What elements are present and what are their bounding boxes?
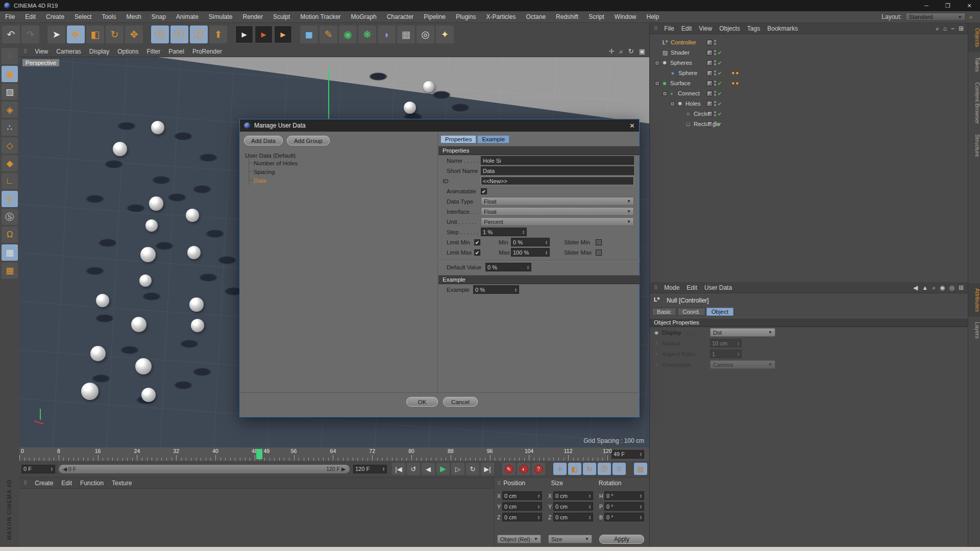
polygons-mode-button[interactable]: ◆ [2,155,18,171]
floor-button[interactable]: ▦ [397,26,415,43]
om-collapse-icon[interactable]: − [951,25,954,32]
add-data-button[interactable]: Add Data [244,136,283,145]
material-menu-texture[interactable]: Texture [112,480,132,487]
zoom-view-icon[interactable]: ⌕ [620,47,623,56]
object-label[interactable]: Surface [670,80,691,86]
object-label[interactable]: Shader [671,49,690,56]
spinner-arrows-icon[interactable]: ▲▼ [640,494,642,498]
light-button[interactable]: ✦ [436,26,454,43]
tab-basic[interactable]: Basic [652,308,676,316]
animatable-checkbox[interactable]: ✔ [481,188,487,194]
object-row-holes[interactable]: +✹Holes✔ [650,98,968,109]
spinner-arrows-icon[interactable]: ▲▼ [527,265,529,269]
data-type-select[interactable]: Float▼ [481,197,634,206]
visibility-dots-icon[interactable] [714,70,716,76]
rotation-h-field[interactable]: 0 °▲▼ [604,491,644,500]
record-keyframe-button[interactable]: ✎ [502,463,516,475]
visibility-dots-icon[interactable] [714,111,716,116]
move-tool[interactable]: ✥ [67,26,85,43]
menu-octane[interactable]: Octane [521,13,551,20]
step-field[interactable]: 1 %▲▼ [481,228,527,236]
drag-handle-icon[interactable]: ⠿ [23,48,27,54]
spinner-arrows-icon[interactable]: ▲▼ [522,230,525,234]
lock-workplane-button[interactable]: ▦ [2,244,18,261]
tree-root[interactable]: User Data (Default) [245,153,437,159]
generators-button[interactable]: ◉ [339,26,357,43]
side-tab-takes[interactable]: Takes [968,52,980,77]
search-icon[interactable]: ⌕ [969,13,973,21]
apply-button[interactable]: Apply [599,535,644,544]
rotation-p-field[interactable]: 0 °▲▼ [604,502,644,511]
spinner-arrows-icon[interactable]: ▲▼ [51,467,53,471]
spinner-arrows-icon[interactable]: ▲▼ [537,494,540,498]
enabled-check-icon[interactable]: ✔ [718,111,724,117]
layer-color-box[interactable] [707,70,713,76]
position-z-field[interactable]: 0 cm▲▼ [502,513,542,521]
spinner-arrows-icon[interactable]: ▲▼ [589,515,591,519]
viewport-menu-view[interactable]: View [35,48,48,55]
prev-frame-button[interactable]: ◀ [422,463,435,475]
preview-range-slider[interactable]: ◀ 0 F 120 F ▶ [59,465,350,473]
menu-motion-tracker[interactable]: Motion Tracker [295,13,346,20]
object-row-sphere[interactable]: ●Sphere✔ [650,68,968,78]
timeline-panel-button[interactable]: ▤ [634,463,647,475]
am-menu-user-data[interactable]: User Data [704,284,732,291]
menu-pipeline[interactable]: Pipeline [419,13,451,20]
cancel-button[interactable]: Cancel [443,397,478,407]
next-frame-button[interactable]: ▷ [451,463,464,475]
object-label[interactable]: Spheres [670,60,692,66]
am-target-icon[interactable]: ◎ [949,284,954,291]
am-back-icon[interactable]: ◀ [913,284,918,291]
side-tab-attributes[interactable]: Attributes [968,283,980,317]
material-menu-function[interactable]: Function [80,480,104,487]
drag-handle-icon[interactable]: ⠿ [654,285,657,290]
expander-icon[interactable]: + [655,61,659,65]
object-label[interactable]: Connect [678,90,700,96]
enabled-check-icon[interactable]: ✔ [718,101,724,107]
id-field[interactable]: <<New>> [481,177,634,185]
pan-view-icon[interactable]: ✛ [609,47,615,56]
menu-help[interactable]: Help [642,13,665,20]
interface-select[interactable]: Float▼ [481,207,634,216]
material-menu-edit[interactable]: Edit [61,480,72,487]
object-row-circle[interactable]: ○Circle✔ [650,109,968,119]
spinner-arrows-icon[interactable]: ▲▼ [537,505,540,509]
object-label[interactable]: Holes [685,101,700,107]
coord-size-select[interactable]: Size▼ [548,535,592,543]
coordinate-system-toggle[interactable]: ⬆ [209,26,227,43]
object-row-controller[interactable]: L⁰Controller [650,37,968,47]
lock-y-axis[interactable]: Ⓨ [170,26,188,43]
add-group-button[interactable]: Add Group [287,136,330,145]
side-tab-objects[interactable]: Objects [968,23,980,52]
key-parameter-toggle[interactable]: Ⓟ [598,463,611,475]
key-rotation-toggle[interactable]: ↻ [583,463,596,475]
enable-snap-button[interactable]: Ω [2,227,18,243]
limit-min-checkbox[interactable]: ✔ [474,239,480,245]
visibility-dots-icon[interactable] [714,60,716,65]
viewport-menu-panel[interactable]: Panel [168,48,184,55]
om-menu-bookmarks[interactable]: Bookmarks [767,25,798,32]
enabled-check-icon[interactable]: ✔ [718,91,724,96]
side-tab-layers[interactable]: Layers [968,317,980,344]
menu-redshift[interactable]: Redshift [551,13,583,20]
menu-select[interactable]: Select [69,13,96,20]
key-scale-toggle[interactable]: ◧ [568,463,581,475]
short-name-field[interactable]: Data [481,166,634,175]
am-menu-mode[interactable]: Mode [664,284,679,291]
om-menu-edit[interactable]: Edit [681,25,692,32]
undo-button[interactable]: ↶ [2,26,20,43]
menu-simulate[interactable]: Simulate [204,13,238,20]
enabled-check-icon[interactable]: ✔ [718,121,724,127]
drag-handle-icon[interactable]: ⠿ [654,26,657,31]
object-row-shader[interactable]: ▨Shader✔ [650,47,968,58]
layer-color-box[interactable] [707,50,713,56]
last-tool[interactable]: ✥ [125,26,143,43]
expander-icon[interactable]: − [663,91,667,96]
end-frame-field[interactable]: 120 F ▲▼ [353,465,387,473]
menu-create[interactable]: Create [41,13,69,20]
axis-mode-button[interactable]: ∟ [2,173,18,189]
dialog-tab-properties[interactable]: Properties [440,135,476,143]
spline-pen-button[interactable]: ✎ [320,26,337,43]
camera-button[interactable]: ◎ [416,26,434,43]
dialog-close-icon[interactable]: ✕ [629,122,635,130]
